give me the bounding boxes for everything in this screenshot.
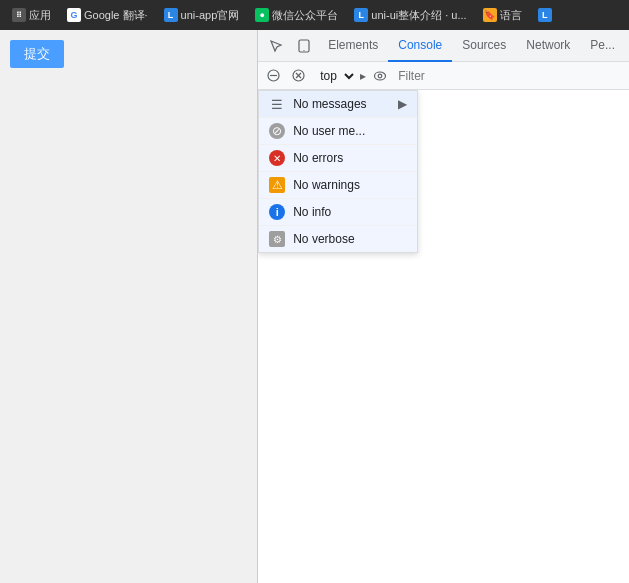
left-panel: 提交 — [0, 30, 257, 583]
error-icon: ✕ — [269, 150, 285, 166]
tab-lang[interactable]: 🔖 语言 — [477, 5, 528, 26]
tab-uni-app[interactable]: L uni-app官网 — [158, 5, 246, 26]
filter-all-messages[interactable]: ☰ No messages ▶ — [259, 91, 417, 118]
devtools-cursor-icon[interactable] — [262, 32, 290, 60]
console-content: ☰ No messages ▶ ⊘ No user me... ✕ No err… — [258, 90, 629, 583]
svg-point-8 — [378, 74, 382, 78]
browser-tab-bar: ⠿ 应用 G Google 翻译· L uni-app官网 ● 微信公众平台 L… — [0, 0, 629, 30]
list-icon: ☰ — [269, 96, 285, 112]
tab-uni-ui[interactable]: L uni-ui整体介绍 · u... — [348, 5, 472, 26]
verbose-icon: ⚙ — [269, 231, 285, 247]
google-icon: G — [67, 8, 81, 22]
filter-all-label: No messages — [293, 97, 366, 111]
filter-user-messages[interactable]: ⊘ No user me... — [259, 118, 417, 145]
tab-wechat[interactable]: ● 微信公众平台 — [249, 5, 344, 26]
hide-violations-icon[interactable] — [369, 65, 391, 87]
tab-uni-app-label: uni-app官网 — [181, 8, 240, 23]
devtools-toolbar: top ▸ — [258, 62, 629, 90]
stop-recording-icon[interactable] — [287, 65, 309, 87]
devtools-mobile-icon[interactable] — [290, 32, 318, 60]
filter-warnings-label: No warnings — [293, 178, 360, 192]
filter-verbose[interactable]: ⚙ No verbose — [259, 226, 417, 252]
tab-apps[interactable]: ⠿ 应用 — [6, 5, 57, 26]
tab-network[interactable]: Network — [516, 30, 580, 62]
tab-sources[interactable]: Sources — [452, 30, 516, 62]
filter-info[interactable]: i No info — [259, 199, 417, 226]
filter-input[interactable] — [394, 66, 625, 86]
tab-apps-label: 应用 — [29, 8, 51, 23]
tab-uni-ui-label: uni-ui整体介绍 · u... — [371, 8, 466, 23]
lang-icon: 🔖 — [483, 8, 497, 22]
filter-errors-label: No errors — [293, 151, 343, 165]
tab-performance[interactable]: Pe... — [580, 30, 625, 62]
submit-button[interactable]: 提交 — [10, 40, 64, 68]
devtools-panel: Elements Console Sources Network Pe... — [257, 30, 629, 583]
tab-google-label: Google 翻译· — [84, 8, 148, 23]
page-body: 提交 Elements Console Sources Network P — [0, 30, 629, 583]
context-arrow-icon: ▸ — [360, 69, 366, 83]
context-select[interactable]: top — [312, 66, 357, 86]
filter-info-label: No info — [293, 205, 331, 219]
tab-console[interactable]: Console — [388, 30, 452, 62]
warning-icon: ⚠ — [269, 177, 285, 193]
filter-verbose-label: No verbose — [293, 232, 354, 246]
uni-app-icon: L — [164, 8, 178, 22]
uni-ui-icon: L — [354, 8, 368, 22]
expand-arrow-icon: ▶ — [398, 97, 407, 111]
apps-icon: ⠿ — [12, 8, 26, 22]
clear-console-icon[interactable] — [262, 65, 284, 87]
tab-extra[interactable]: L — [532, 5, 558, 25]
wechat-icon: ● — [255, 8, 269, 22]
filter-errors[interactable]: ✕ No errors — [259, 145, 417, 172]
svg-point-7 — [375, 72, 386, 80]
info-icon: i — [269, 204, 285, 220]
user-message-icon: ⊘ — [269, 123, 285, 139]
tab-lang-label: 语言 — [500, 8, 522, 23]
tab-wechat-label: 微信公众平台 — [272, 8, 338, 23]
extra-icon: L — [538, 8, 552, 22]
tab-elements[interactable]: Elements — [318, 30, 388, 62]
svg-point-1 — [304, 49, 305, 50]
devtools-tab-bar: Elements Console Sources Network Pe... — [258, 30, 629, 62]
filter-user-label: No user me... — [293, 124, 365, 138]
tab-google[interactable]: G Google 翻译· — [61, 5, 154, 26]
filter-warnings[interactable]: ⚠ No warnings — [259, 172, 417, 199]
console-filter-menu: ☰ No messages ▶ ⊘ No user me... ✕ No err… — [258, 90, 418, 253]
